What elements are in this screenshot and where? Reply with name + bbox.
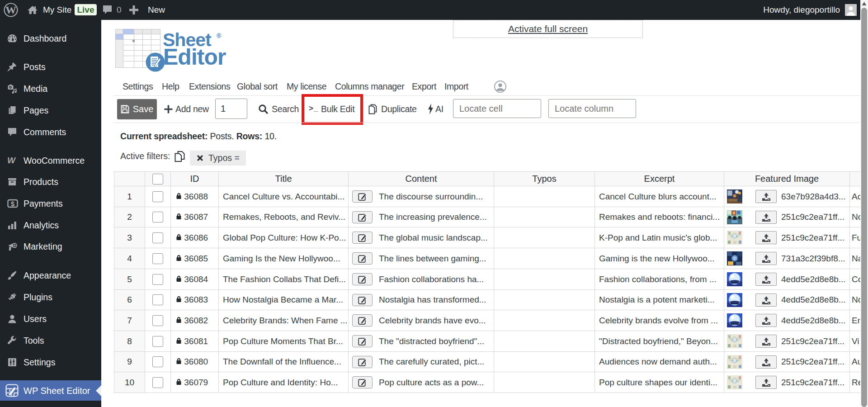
svg-text:W: W xyxy=(5,4,16,16)
svg-text:W: W xyxy=(7,156,16,165)
svg-text:$: $ xyxy=(11,200,15,208)
